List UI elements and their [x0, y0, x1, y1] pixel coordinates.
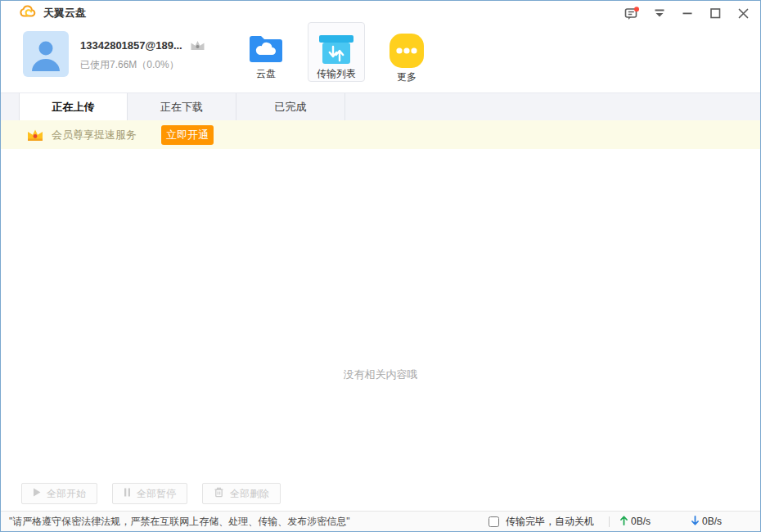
nav-label: 传输列表: [317, 67, 356, 81]
tab-uploading[interactable]: 正在上传: [19, 93, 128, 120]
trash-icon: [214, 487, 224, 500]
nav-item-more[interactable]: 更多: [378, 22, 435, 82]
more-dots-icon: [389, 33, 425, 69]
cloud-folder-icon: [247, 33, 285, 65]
app-title: 天翼云盘: [43, 6, 86, 20]
transfer-box-icon: [318, 33, 354, 65]
download-speed-value: 0B/s: [702, 516, 722, 527]
account-name: 13342801857@189...: [80, 39, 182, 52]
member-banner: 会员尊享提速服务 立即开通: [1, 120, 760, 149]
empty-state-text: 没有相关内容哦: [1, 367, 760, 382]
start-all-button[interactable]: 全部开始: [21, 483, 97, 504]
close-icon[interactable]: [729, 1, 757, 25]
start-all-label: 全部开始: [47, 487, 86, 501]
download-speed: 0B/s: [691, 516, 722, 528]
main-nav: 云盘 传输列表 更多: [237, 22, 435, 82]
status-right: 传输完毕，自动关机 0B/s 0B/s: [489, 515, 722, 529]
pause-all-button[interactable]: 全部暂停: [112, 483, 187, 504]
nav-item-transfer-list[interactable]: 传输列表: [308, 22, 365, 82]
account-row: 13342801857@189...: [80, 38, 206, 52]
tab-downloading[interactable]: 正在下载: [128, 93, 236, 120]
security-notice: "请严格遵守保密法律法规，严禁在互联网上存储、处理、传输、发布涉密信息": [9, 515, 350, 529]
minimize-icon[interactable]: [673, 1, 701, 25]
play-icon: [33, 488, 41, 499]
nav-label: 更多: [397, 70, 417, 84]
delete-all-label: 全部删除: [230, 487, 269, 501]
banner-text: 会员尊享提速服务: [52, 128, 137, 142]
activate-member-button[interactable]: 立即开通: [161, 125, 214, 145]
download-arrow-icon: [691, 516, 699, 528]
avatar[interactable]: [23, 31, 69, 77]
delete-all-button[interactable]: 全部删除: [202, 483, 281, 504]
maximize-icon[interactable]: [701, 1, 729, 25]
upload-speed: 0B/s: [620, 516, 651, 528]
auto-shutdown-label[interactable]: 传输完毕，自动关机: [506, 515, 594, 529]
window-controls: [618, 1, 757, 25]
nav-label: 云盘: [256, 67, 276, 81]
member-crown-icon: [189, 38, 206, 52]
cloud-logo-icon: [19, 5, 37, 21]
storage-usage: 已使用7.66M（0.0%）: [80, 58, 179, 72]
app-window: 天翼云盘: [0, 0, 761, 532]
app-logo: 天翼云盘: [19, 1, 86, 25]
upload-arrow-icon: [620, 516, 628, 528]
tray-arrow-icon[interactable]: [646, 1, 673, 25]
upload-speed-value: 0B/s: [631, 516, 651, 527]
status-bar: "请严格遵守保密法律法规，严禁在互联网上存储、处理、传输、发布涉密信息" 传输完…: [1, 511, 760, 531]
pause-icon: [124, 488, 131, 499]
message-icon[interactable]: [618, 1, 646, 25]
pause-all-label: 全部暂停: [137, 487, 176, 501]
auto-shutdown-checkbox[interactable]: [489, 516, 499, 527]
batch-actions: 全部开始 全部暂停 全部删除: [21, 483, 281, 504]
nav-item-cloud-disk[interactable]: 云盘: [237, 22, 295, 82]
transfer-tabs: 正在上传 正在下载 已完成: [1, 92, 760, 120]
divider: [609, 516, 610, 527]
gold-crown-icon: [25, 127, 45, 143]
tab-completed[interactable]: 已完成: [236, 93, 345, 120]
